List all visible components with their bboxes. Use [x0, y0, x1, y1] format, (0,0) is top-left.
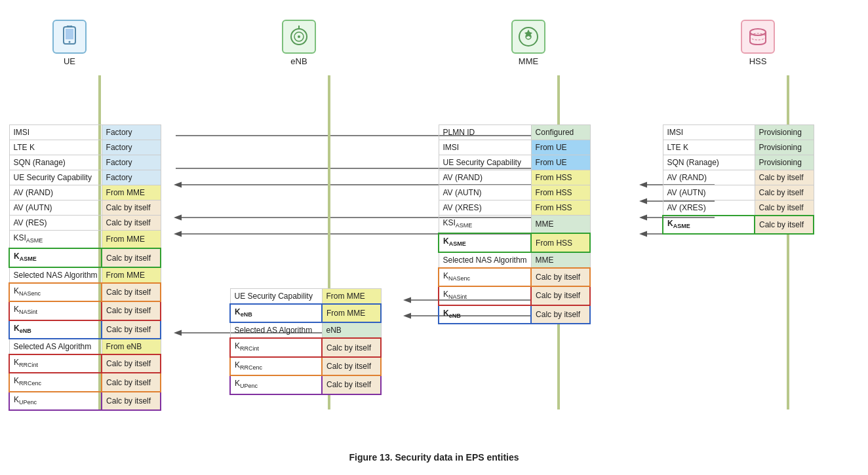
ue-imsi-label: IMSI — [9, 125, 102, 140]
ue-uesc-label: UE Security Capability — [9, 170, 102, 185]
ue-row-kupenc: KUPenc Calc by itself — [9, 392, 161, 410]
mme-uesc-label: UE Security Capability — [439, 155, 531, 170]
hss-row-avxres: AV (XRES) Calc by itself — [663, 200, 814, 216]
enb-krrcint-value: Calc by itself — [322, 338, 381, 356]
ue-row-sqn: SQN (Ranage) Factory — [9, 155, 161, 170]
mme-selnas-label: Selected NAS Algorithm — [439, 252, 531, 268]
ue-row-ksiasme: KSIASME From MME — [9, 231, 161, 249]
mme-uesc-value: From UE — [531, 155, 590, 170]
mme-plmnid-label: PLMN ID — [439, 125, 531, 140]
ue-kenb-label: KeNB — [9, 320, 102, 339]
mme-kasme-value: From HSS — [531, 233, 590, 252]
mme-row-avxres: AV (XRES) From HSS — [439, 200, 590, 216]
ue-kenb-value: Calc by itself — [102, 320, 161, 339]
hss-row-imsi: IMSI Provisioning — [663, 125, 814, 140]
svg-rect-13 — [66, 29, 73, 39]
hss-avxres-label: AV (XRES) — [663, 200, 755, 216]
hss-column: HSS — [741, 20, 775, 71]
mme-selnas-value: MME — [531, 252, 590, 268]
enb-icon — [282, 20, 316, 54]
hss-row-sqn: SQN (Ranage) Provisioning — [663, 155, 814, 170]
mme-row-avautn: AV (AUTN) From HSS — [439, 185, 590, 200]
enb-krrcenc-value: Calc by itself — [322, 357, 381, 375]
mme-row-kasme: KASME From HSS — [439, 233, 590, 252]
ue-avautn-label: AV (AUTN) — [9, 200, 102, 216]
hss-row-kasme: KASME Calc by itself — [663, 216, 814, 234]
ue-ltek-value: Factory — [102, 140, 161, 155]
ue-row-avautn: AV (AUTN) Calc by itself — [9, 200, 161, 216]
mme-ksiasme-label: KSIASME — [439, 216, 531, 234]
ue-selas-label: Selected AS Algorithm — [9, 339, 102, 354]
hss-avautn-label: AV (AUTN) — [663, 185, 755, 200]
enb-row-selas: Selected AS Algorithm eNB — [230, 322, 381, 338]
ue-kupenc-value: Calc by itself — [102, 392, 161, 410]
enb-uesc-label: UE Security Capability — [230, 289, 322, 305]
enb-row-krrcint: KRRCint Calc by itself — [230, 338, 381, 356]
enb-row-kenb: KeNB From MME — [230, 304, 381, 322]
figure-caption: Figure 13. Security data in EPS entities — [0, 446, 868, 469]
enb-krrcenc-label: KRRCenc — [230, 357, 322, 375]
ue-row-uesc: UE Security Capability Factory — [9, 170, 161, 185]
ue-row-avrand: AV (RAND) From MME — [9, 185, 161, 200]
hss-sqn-label: SQN (Ranage) — [663, 155, 755, 170]
mme-row-imsi: IMSI From UE — [439, 140, 590, 155]
diagram: UE eNB — [0, 0, 868, 446]
ue-ksiasme-label: KSIASME — [9, 231, 102, 249]
ue-knasenc-label: KNASenc — [9, 283, 102, 301]
mme-ksiasme-value: MME — [531, 216, 590, 234]
ue-icon — [52, 20, 87, 54]
ue-avres-label: AV (RES) — [9, 216, 102, 231]
ue-row-knasenc: KNASenc Calc by itself — [9, 283, 161, 301]
hss-label: HSS — [749, 56, 767, 66]
enb-row-kupenc: KUPenc Calc by itself — [230, 375, 381, 394]
hss-row-avautn: AV (AUTN) Calc by itself — [663, 185, 814, 200]
enb-data-table: UE Security Capability From MME KeNB Fro… — [229, 288, 382, 395]
ue-kasme-value: Calc by itself — [102, 248, 161, 267]
ue-krrcint-value: Calc by itself — [102, 354, 161, 373]
mme-row-selnas: Selected NAS Algorithm MME — [439, 252, 590, 268]
ue-uesc-value: Factory — [102, 170, 161, 185]
mme-imsi-value: From UE — [531, 140, 590, 155]
hss-entity-header: HSS — [741, 20, 775, 66]
hss-avautn-value: Calc by itself — [755, 185, 814, 200]
ue-sqn-value: Factory — [102, 155, 161, 170]
enb-column: eNB — [282, 20, 316, 71]
hss-ltek-value: Provisioning — [755, 140, 814, 155]
hss-imsi-value: Provisioning — [755, 125, 814, 140]
enb-kupenc-value: Calc by itself — [322, 375, 381, 394]
mme-avxres-label: AV (XRES) — [439, 200, 531, 216]
hss-ltek-label: LTE K — [663, 140, 755, 155]
mme-entity-header: MME — [511, 20, 545, 66]
ue-selnas-value: From MME — [102, 267, 161, 283]
mme-knasenc-label: KNASenc — [439, 268, 531, 286]
mme-row-uesc: UE Security Capability From UE — [439, 155, 590, 170]
mme-kenb-value: Calc by itself — [531, 305, 590, 324]
ue-avres-value: Calc by itself — [102, 216, 161, 231]
mme-row-ksiasme: KSIASME MME — [439, 216, 590, 234]
enb-kupenc-label: KUPenc — [230, 375, 322, 394]
ue-row-knasint: KNASint Calc by itself — [9, 301, 161, 320]
ue-row-imsi: IMSI Factory — [9, 125, 161, 140]
enb-kenb-label: KeNB — [230, 304, 322, 322]
mme-row-kenb: KeNB Calc by itself — [439, 305, 590, 324]
ue-kasme-label: KASME — [9, 248, 102, 267]
mme-row-plmnid: PLMN ID Configured — [439, 125, 590, 140]
hss-row-ltek: LTE K Provisioning — [663, 140, 814, 155]
mme-avautn-label: AV (AUTN) — [439, 185, 531, 200]
enb-selas-value: eNB — [322, 322, 381, 338]
mme-knasint-label: KNASint — [439, 286, 531, 305]
ue-row-selnas: Selected NAS Algorithm From MME — [9, 267, 161, 283]
ue-knasenc-value: Calc by itself — [102, 283, 161, 301]
ue-row-ltek: LTE K Factory — [9, 140, 161, 155]
ue-ksiasme-value: From MME — [102, 231, 161, 249]
ue-row-kenb: KeNB Calc by itself — [9, 320, 161, 339]
enb-kenb-value: From MME — [322, 304, 381, 322]
svg-point-14 — [69, 41, 71, 43]
hss-kasme-label: KASME — [663, 216, 755, 234]
mme-row-knasenc: KNASenc Calc by itself — [439, 268, 590, 286]
mme-knasenc-value: Calc by itself — [531, 268, 590, 286]
ue-knasint-label: KNASint — [9, 301, 102, 320]
enb-row-uesc: UE Security Capability From MME — [230, 289, 381, 305]
mme-row-knasint: KNASint Calc by itself — [439, 286, 590, 305]
hss-avxres-value: Calc by itself — [755, 200, 814, 216]
